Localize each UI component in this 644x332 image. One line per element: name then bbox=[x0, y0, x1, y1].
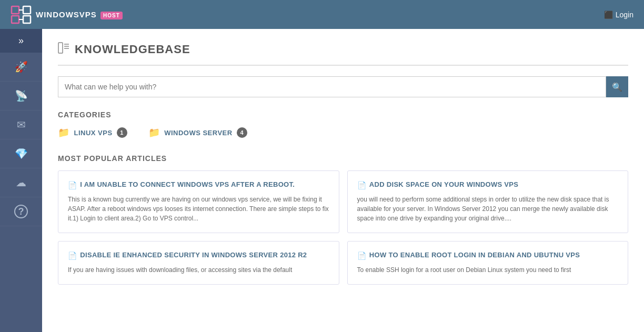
page-title: KNOWLEDGEBASE bbox=[75, 43, 190, 56]
article-card-2[interactable]: 📄 DISABLE IE ENHANCED SECURITY IN WINDOW… bbox=[58, 241, 339, 285]
login-icon: ⬛ bbox=[604, 11, 613, 19]
doc-icon-0: 📄 bbox=[68, 181, 77, 189]
sidebar-item-messages[interactable]: ✉ bbox=[0, 110, 42, 139]
article-card-1[interactable]: 📄 ADD DISK SPACE ON YOUR WINDOWS VPS you… bbox=[347, 170, 629, 233]
categories-row: 📁 LINUX VPS 1 📁 WINDOWS SERVER 4 bbox=[58, 127, 628, 138]
category-windows-server[interactable]: 📁 WINDOWS SERVER 4 bbox=[148, 127, 247, 138]
article-title-0: 📄 I AM UNABLE TO CONNECT WINDOWS VPS AFT… bbox=[68, 180, 329, 189]
articles-grid: 📄 I AM UNABLE TO CONNECT WINDOWS VPS AFT… bbox=[58, 170, 628, 285]
svg-rect-2 bbox=[23, 6, 31, 14]
login-label: Login bbox=[616, 11, 633, 19]
article-excerpt-2: If you are having issues with downloadin… bbox=[68, 265, 329, 275]
sidebar-toggle[interactable]: » bbox=[0, 29, 42, 53]
svg-rect-1 bbox=[12, 16, 19, 23]
mail-icon: ✉ bbox=[17, 118, 26, 131]
popular-section-title: MOST POPULAR ARTICLES bbox=[58, 154, 628, 163]
article-card-0[interactable]: 📄 I AM UNABLE TO CONNECT WINDOWS VPS AFT… bbox=[58, 170, 339, 233]
page-title-row: KNOWLEDGEBASE bbox=[58, 42, 628, 66]
article-title-2: 📄 DISABLE IE ENHANCED SECURITY IN WINDOW… bbox=[68, 251, 329, 260]
article-card-3[interactable]: 📄 HOW TO ENABLE ROOT LOGIN IN DEBIAN AND… bbox=[347, 241, 629, 285]
article-excerpt-3: To enable SSH login for a root user on D… bbox=[357, 265, 619, 275]
sidebar: » 🚀 📡 ✉ 💎 ☁ ? bbox=[0, 29, 42, 332]
svg-rect-6 bbox=[58, 43, 63, 53]
logo-text: WINDOWSVPS HOST bbox=[36, 10, 123, 19]
content-area: KNOWLEDGEBASE 🔍 CATEGORIES 📁 LINUX VPS 1… bbox=[42, 29, 644, 332]
svg-rect-0 bbox=[12, 6, 19, 14]
category-linux-label: LINUX VPS bbox=[74, 129, 113, 137]
search-input[interactable] bbox=[58, 76, 606, 97]
doc-icon-1: 📄 bbox=[357, 181, 366, 189]
page-title-icon bbox=[58, 42, 69, 57]
article-title-3: 📄 HOW TO ENABLE ROOT LOGIN IN DEBIAN AND… bbox=[357, 251, 619, 260]
sidebar-toggle-icon: » bbox=[18, 35, 24, 46]
search-button[interactable]: 🔍 bbox=[606, 76, 628, 97]
folder-icon-windows: 📁 bbox=[148, 127, 160, 138]
search-icon: 🔍 bbox=[612, 82, 622, 92]
top-header: WINDOWSVPS HOST ⬛ Login bbox=[0, 0, 644, 29]
rocket-icon: 🚀 bbox=[15, 61, 28, 73]
logo-area: WINDOWSVPS HOST bbox=[11, 5, 123, 24]
sidebar-item-billing[interactable]: 💎 bbox=[0, 139, 42, 168]
login-button[interactable]: ⬛ Login bbox=[604, 11, 633, 19]
svg-rect-3 bbox=[23, 16, 31, 23]
doc-icon-3: 📄 bbox=[357, 251, 366, 260]
logo-icon bbox=[11, 5, 32, 24]
category-windows-label: WINDOWS SERVER bbox=[164, 129, 233, 137]
article-excerpt-0: This is a known bug currently we are hav… bbox=[68, 195, 329, 223]
article-title-1: 📄 ADD DISK SPACE ON YOUR WINDOWS VPS bbox=[357, 180, 619, 189]
cloud-icon: ☁ bbox=[16, 176, 26, 189]
category-linux-vps[interactable]: 📁 LINUX VPS 1 bbox=[58, 127, 127, 138]
diamond-icon: 💎 bbox=[15, 147, 28, 160]
doc-icon-2: 📄 bbox=[68, 251, 77, 260]
sidebar-item-dashboard[interactable]: 🚀 bbox=[0, 53, 42, 82]
folder-icon-linux: 📁 bbox=[58, 127, 70, 138]
search-row: 🔍 bbox=[58, 76, 628, 97]
help-icon: ? bbox=[14, 205, 28, 218]
rss-icon: 📡 bbox=[15, 89, 28, 102]
category-windows-badge: 4 bbox=[237, 127, 247, 138]
article-excerpt-1: you will need to perform some additional… bbox=[357, 195, 619, 223]
logo-badge: HOST bbox=[100, 12, 123, 19]
sidebar-item-support[interactable]: ? bbox=[0, 197, 42, 226]
main-layout: » 🚀 📡 ✉ 💎 ☁ ? bbox=[0, 29, 644, 332]
categories-section-title: CATEGORIES bbox=[58, 110, 628, 119]
sidebar-item-cloud[interactable]: ☁ bbox=[0, 168, 42, 197]
category-linux-badge: 1 bbox=[117, 127, 127, 138]
sidebar-item-services[interactable]: 📡 bbox=[0, 82, 42, 110]
